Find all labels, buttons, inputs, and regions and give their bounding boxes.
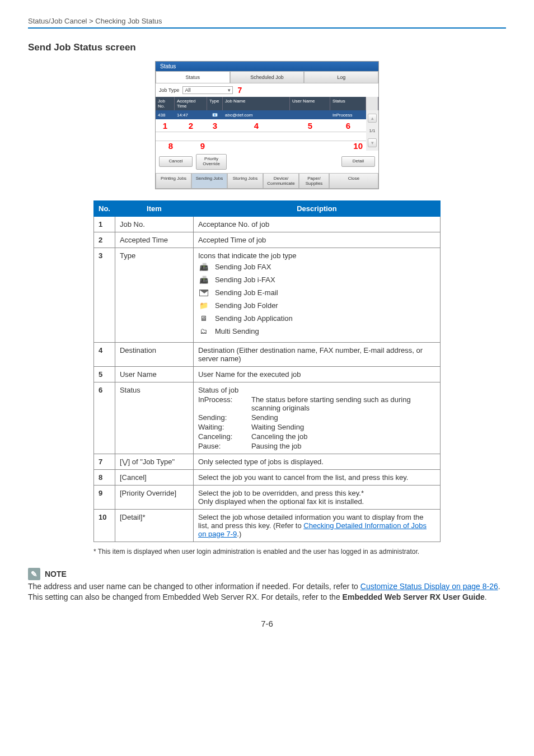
r10-post: .) <box>237 530 241 538</box>
status-key: Pause: <box>198 442 251 450</box>
ss-bottom-tabs: Printing Jobs Sending Jobs Storing Jobs … <box>156 173 378 189</box>
cell-no: 3 <box>94 248 115 342</box>
status-intro: Status of job <box>198 386 435 394</box>
cell-no: 2 <box>94 232 115 248</box>
cell-item: [Detail]* <box>115 509 193 542</box>
r9-line2: Only displayed when the optional fax kit… <box>198 497 435 506</box>
tab-scheduled[interactable]: Scheduled Job <box>230 71 305 83</box>
callout-3: 3 <box>207 121 223 130</box>
note-box: ✎ NOTE The address and user name can be … <box>28 568 506 603</box>
cell-status: InProcess <box>330 113 366 118</box>
note-label: NOTE <box>45 570 67 578</box>
col-username: User Name <box>290 97 330 110</box>
status-val: Waiting Sending <box>251 423 435 431</box>
th-item: Item <box>115 200 193 216</box>
callout-8: 8 <box>156 141 186 151</box>
type-ifax: Sending Job i-FAX <box>215 276 275 284</box>
ss-column-headers: Job No. Accepted Time Type Job Name User… <box>156 97 378 110</box>
tab-storing-jobs[interactable]: Storing Jobs <box>227 173 263 189</box>
type-intro: Icons that indicate the job type <box>198 251 435 260</box>
cell-item: [⋁] of "Job Type" <box>115 454 193 469</box>
tab-log[interactable]: Log <box>304 71 378 83</box>
scroll-up[interactable]: ▴ <box>368 114 377 123</box>
type-application: Sending Job Application <box>215 314 293 323</box>
cell-item: Accepted Time <box>115 232 193 248</box>
footnote: * This item is displayed when user login… <box>93 548 441 556</box>
status-key: Canceling: <box>198 432 251 441</box>
type-multi: Multi Sending <box>215 327 259 335</box>
email-icon <box>198 287 209 298</box>
cell-item: [Priority Override] <box>115 485 193 509</box>
th-desc: Description <box>193 200 440 216</box>
detail-button[interactable]: Detail <box>341 156 375 167</box>
cell-jobno: 438 <box>156 113 175 118</box>
cell-item: [Cancel] <box>115 469 193 485</box>
cell-no: 1 <box>94 216 115 232</box>
status-val: Sending <box>251 413 435 422</box>
cell-item: User Name <box>115 366 193 382</box>
note-bold: Embedded Web Server RX User Guide <box>343 592 485 601</box>
multi-sending-icon: 🗂 <box>198 326 209 337</box>
type-fax: Sending Job FAX <box>215 263 271 271</box>
cell-desc: User Name for the executed job <box>193 366 440 382</box>
type-folder: Sending Job Folder <box>215 301 278 310</box>
callout-9: 9 <box>186 141 219 151</box>
cell-desc: Only selected type of jobs is displayed. <box>193 454 440 469</box>
status-key: Waiting: <box>198 423 251 431</box>
table-row[interactable]: 438 14:47 📧 abc@def.com InProcess <box>156 110 366 119</box>
tab-status[interactable]: Status <box>156 71 230 83</box>
cell-item: Type <box>115 248 193 342</box>
tab-printing-jobs[interactable]: Printing Jobs <box>156 173 191 189</box>
tab-paper-supplies[interactable]: Paper/ Supplies <box>299 173 329 189</box>
tab-sending-jobs[interactable]: Sending Jobs <box>191 173 227 189</box>
callout-4: 4 <box>223 121 290 130</box>
cell-no: 7 <box>94 454 115 469</box>
cell-no: 4 <box>94 342 115 366</box>
description-table: No. Item Description 1 Job No. Acceptanc… <box>93 200 441 542</box>
col-type: Type <box>207 97 223 110</box>
cell-desc: Status of job InProcess:The status befor… <box>193 382 440 454</box>
scroll-column: ▴ 1/1 ▾ <box>366 110 378 151</box>
col-jobno: Job No. <box>156 97 175 110</box>
scroll-down[interactable]: ▾ <box>368 138 377 147</box>
page-number: 7-6 <box>28 619 506 628</box>
cell-desc: Destination (Either destination name, FA… <box>193 342 440 366</box>
cell-no: 10 <box>94 509 115 542</box>
status-val: Pausing the job <box>251 442 435 450</box>
cell-desc: Select the job to be overridden, and pre… <box>193 485 440 509</box>
cell-desc: Acceptance No. of job <box>193 216 440 232</box>
status-key: Sending: <box>198 413 251 422</box>
xref-customize-status[interactable]: Customize Status Display on page 8-26 <box>360 582 498 591</box>
callout-1: 1 <box>156 121 175 130</box>
callout-6: 6 <box>330 121 366 130</box>
status-val: Canceling the job <box>251 432 435 441</box>
cell-type-icon: 📧 <box>207 113 223 118</box>
screenshot-panel: Status Status Scheduled Job Log Job Type… <box>155 61 379 189</box>
priority-override-button[interactable]: Priority Override <box>196 154 227 170</box>
cell-desc: Accepted Time of job <box>193 232 440 248</box>
col-jobname: Job Name <box>223 97 290 110</box>
ss-window-title: Status <box>156 62 378 71</box>
cell-item: Destination <box>115 342 193 366</box>
close-button[interactable]: Close <box>329 173 378 189</box>
status-val: The status before starting sending such … <box>251 395 435 412</box>
note-icon: ✎ <box>28 568 40 580</box>
tab-device-communicate[interactable]: Device/ Communicate <box>263 173 299 189</box>
cell-no: 8 <box>94 469 115 485</box>
callout-10: 10 <box>353 141 366 151</box>
note-pre: The address and user name can be changed… <box>28 582 360 591</box>
type-email: Sending Job E-mail <box>215 288 278 297</box>
cell-item: Job No. <box>115 216 193 232</box>
status-key: InProcess: <box>198 395 251 412</box>
cell-no: 6 <box>94 382 115 454</box>
callout-2: 2 <box>175 121 207 130</box>
jobtype-label: Job Type <box>159 87 179 93</box>
col-accepted-time: Accepted Time <box>175 97 207 110</box>
cancel-button[interactable]: Cancel <box>159 156 193 167</box>
callout-5: 5 <box>290 121 330 130</box>
chevron-down-icon: ▾ <box>228 87 231 93</box>
col-status: Status <box>330 97 366 110</box>
jobtype-select[interactable]: All ▾ <box>182 86 233 94</box>
th-no: No. <box>94 200 115 216</box>
cell-desc: Select the job you want to cancel from t… <box>193 469 440 485</box>
